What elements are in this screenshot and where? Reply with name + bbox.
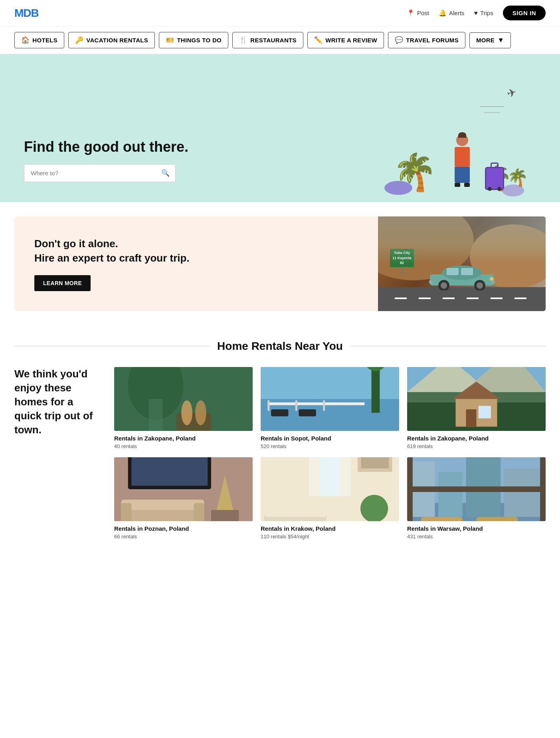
nav-more[interactable]: MORE ▼ [469,32,511,48]
header: MDB 📍 Post 🔔 Alerts ♥ Trips SIGN IN [0,0,560,26]
svg-rect-25 [295,400,297,411]
nav-vacation-rentals[interactable]: 🔑 VACATION RENTALS [68,32,155,48]
rentals-intro-text: We think you'd enjoy these homes for a q… [14,367,102,437]
rental-card-subtitle: 40 rentals [114,443,253,449]
section-title: Home Rentals Near You [217,340,343,353]
vacation-rentals-icon: 🔑 [75,36,83,44]
ground-blob-right [502,184,524,196]
post-icon: 📍 [407,9,415,17]
more-chevron-icon: ▼ [497,36,504,44]
svg-rect-21 [372,367,380,413]
post-link[interactable]: 📍 Post [407,9,429,17]
rental-card-zakopane2-image [407,367,546,431]
rental-card-title: Rentals in Krakow, Poland [261,525,399,532]
rental-card-zakopane1-image [114,367,253,431]
promo-banner: Don't go it alone. Hire an expert to cra… [14,216,546,311]
rental-card-title: Rentals in Sopot, Poland [261,435,399,442]
search-input[interactable] [24,165,156,182]
rental-card-sopot-image [261,367,399,431]
rental-card-title: Rentals in Poznan, Poland [114,525,253,532]
svg-rect-67 [407,486,546,492]
rental-card-subtitle: 110 rentals $54/night [261,534,399,540]
write-review-label: WRITE A REVIEW [325,37,377,44]
svg-point-7 [477,282,483,289]
trips-link[interactable]: ♥ Trips [474,10,493,17]
svg-rect-23 [267,402,364,405]
search-button[interactable]: 🔍 [156,165,175,181]
svg-rect-63 [504,468,546,517]
svg-rect-36 [466,409,476,427]
nav-hotels[interactable]: 🏠 HOTELS [14,32,64,48]
rental-card-subtitle: 66 rentals [114,534,253,540]
rentals-intro: We think you'd enjoy these homes for a q… [14,367,102,437]
deco-line2 [484,112,500,113]
svg-rect-50 [309,457,319,496]
svg-rect-37 [479,406,491,418]
svg-rect-3 [461,268,473,275]
trips-label: Trips [480,10,493,16]
section-divider-right [351,346,546,346]
rental-card-poznan-image [114,457,253,521]
deco-line [480,106,504,107]
rental-card-zakopane1[interactable]: Rentals in Zakopane, Poland 40 rentals [114,367,253,449]
alerts-label: Alerts [449,10,464,16]
hero-illustration: ✈ 🌴 🌴 🌴 [368,74,536,202]
rental-card-sopot[interactable]: Rentals in Sopot, Poland 520 rentals [261,367,399,449]
nav-restaurants[interactable]: 🍴 RESTAURANTS [232,32,303,48]
home-rentals-section: Home Rentals Near You We think you'd enj… [0,325,560,554]
nav-write-review[interactable]: ✏️ WRITE A REVIEW [307,32,384,48]
rentals-grid: Rentals in Zakopane, Poland 40 rentals [114,367,546,540]
svg-rect-55 [264,506,327,517]
hero-title: Find the good out there. [24,139,188,155]
promo-title: Don't go it alone. Hire an expert to cra… [34,236,358,266]
rental-card-subtitle: 619 rentals [407,443,546,449]
road [378,287,546,311]
post-label: Post [417,10,429,16]
luggage-icon [485,167,504,190]
alerts-icon: 🔔 [439,9,447,17]
learn-more-button[interactable]: LEARN MORE [34,275,91,291]
nav-travel-forums[interactable]: 💬 TRAVEL FORUMS [388,32,465,48]
write-review-icon: ✏️ [314,36,323,44]
rental-card-warsaw-image [407,457,546,521]
promo-text: Don't go it alone. Hire an expert to cra… [14,216,378,311]
svg-rect-68 [421,517,463,521]
header-right: 📍 Post 🔔 Alerts ♥ Trips SIGN IN [407,6,546,20]
restaurants-icon: 🍴 [239,36,247,44]
svg-rect-9 [429,280,432,284]
sky-overlay [378,216,546,264]
trips-icon: ♥ [474,10,478,17]
rental-card-subtitle: 431 rentals [407,534,546,540]
svg-rect-10 [491,280,495,284]
svg-rect-45 [194,503,204,521]
rental-card-title: Rentals in Zakopane, Poland [114,435,253,442]
rental-card-poznan[interactable]: Rentals in Poznan, Poland 66 rentals [114,457,253,540]
rental-card-warsaw[interactable]: Rentals in Warsaw, Poland 431 rentals [407,457,546,540]
rental-card-subtitle: 520 rentals [261,443,399,449]
road-line [395,298,529,299]
rental-card-krakow-image [261,457,399,521]
hero-search-bar[interactable]: 🔍 [24,164,176,182]
hero-section: Find the good out there. 🔍 ✈ 🌴 🌴 🌴 [0,54,560,202]
svg-point-5 [441,282,447,289]
alerts-link[interactable]: 🔔 Alerts [439,9,464,17]
navbar: 🏠 HOTELS 🔑 VACATION RENTALS 🎫 THINGS TO … [0,26,560,54]
hero-text: Find the good out there. 🔍 [24,139,188,202]
sign-in-button[interactable]: SIGN IN [503,6,546,20]
rental-card-krakow[interactable]: Rentals in Krakow, Poland 110 rentals $5… [261,457,399,540]
restaurants-label: RESTAURANTS [250,37,297,44]
rental-card-zakopane2[interactable]: Rentals in Zakopane, Poland 619 rentals [407,367,546,449]
hotels-label: HOTELS [32,37,57,44]
rentals-layout: We think you'd enjoy these homes for a q… [14,367,546,540]
nav-things-to-do[interactable]: 🎫 THINGS TO DO [159,32,228,48]
logo[interactable]: MDB [14,7,39,20]
svg-rect-51 [340,457,351,496]
rental-card-title: Rentals in Warsaw, Poland [407,525,546,532]
section-divider-left [14,346,209,346]
svg-rect-44 [121,503,131,521]
svg-rect-46 [211,510,239,521]
svg-rect-61 [438,472,463,517]
search-icon: 🔍 [161,169,170,177]
travel-forums-label: TRAVEL FORUMS [406,37,459,44]
travel-forums-icon: 💬 [395,36,403,44]
